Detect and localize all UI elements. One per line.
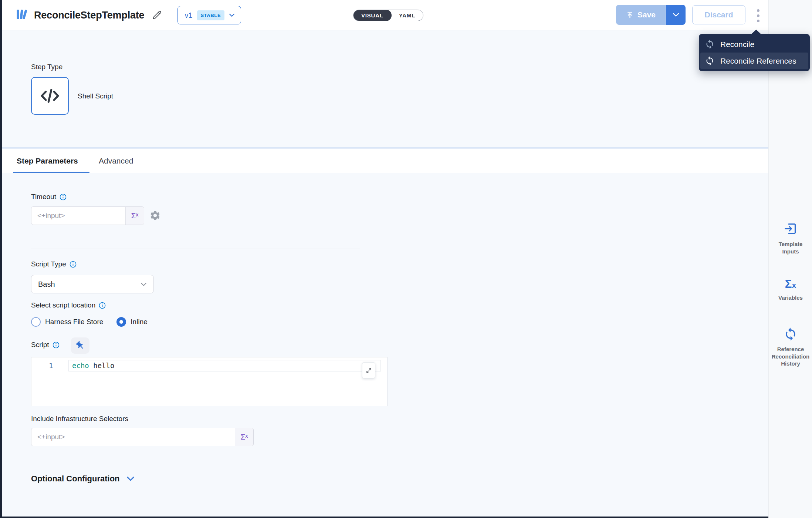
edit-title-button[interactable]	[152, 10, 162, 20]
save-label: Save	[637, 10, 656, 19]
expression-button[interactable]: Σˣ	[235, 428, 253, 446]
save-split-button: Save	[616, 5, 686, 25]
sync-icon	[784, 327, 798, 341]
info-icon[interactable]	[53, 342, 60, 349]
version-stable-badge: STABLE	[197, 10, 225, 20]
rail-item-reference-reconciliation-history[interactable]: Reference Reconciliation History	[769, 327, 812, 367]
step-type-card[interactable]	[31, 77, 69, 115]
tab-step-parameters[interactable]: Step Parameters	[17, 148, 78, 173]
dot	[757, 20, 759, 22]
script-location-options: Harness File Store Inline	[31, 317, 148, 327]
radio-label-file-store[interactable]: Harness File Store	[45, 318, 103, 326]
timeout-settings-button[interactable]	[149, 210, 161, 223]
right-rail: Template Inputs Σx Variables Reference R…	[768, 0, 812, 518]
info-icon[interactable]	[70, 261, 77, 268]
timeout-field: Σˣ	[31, 206, 144, 225]
discard-button[interactable]: Discard	[692, 5, 745, 24]
include-infra-label-row: Include Infrastructure Selectors	[31, 415, 128, 423]
info-icon[interactable]	[60, 194, 67, 201]
page-title: ReconcileStepTemplate	[34, 10, 144, 21]
include-infra-label: Include Infrastructure Selectors	[31, 415, 128, 423]
toggle-visual[interactable]: VISUAL	[353, 10, 392, 21]
include-infra-field: Σˣ	[31, 428, 254, 446]
timeout-label-row: Timeout	[31, 193, 67, 201]
menu-item-reconcile[interactable]: Reconcile	[699, 36, 810, 53]
menu-arrow	[751, 30, 761, 34]
script-label: Script	[31, 341, 49, 349]
chevron-down-icon	[126, 476, 135, 481]
script-location-label: Select script location	[31, 301, 95, 309]
chevron-down-icon	[141, 282, 147, 286]
chevron-down-icon	[673, 13, 679, 17]
toggle-yaml[interactable]: YAML	[391, 10, 423, 21]
menu-item-label: Reconcile	[720, 40, 754, 49]
step-type-label: Step Type	[31, 63, 62, 71]
include-infra-input[interactable]	[31, 428, 253, 446]
active-tab-underline	[13, 172, 89, 173]
shell-script-icon	[39, 85, 61, 107]
radio-harness-file-store[interactable]	[31, 317, 41, 327]
radio-inline[interactable]	[116, 317, 126, 327]
version-selector[interactable]: v1 STABLE	[177, 6, 241, 24]
code-line: echo hello	[72, 361, 114, 370]
discard-label: Discard	[704, 10, 733, 19]
rail-item-label: Variables	[777, 294, 804, 302]
menu-item-label: Reconcile References	[720, 57, 796, 65]
script-type-label-row: Script Type	[31, 260, 77, 268]
step-type-value: Shell Script	[78, 92, 113, 100]
script-label-row: Script	[31, 341, 60, 349]
editor-ruler	[381, 357, 381, 406]
pushpin-icon	[75, 341, 85, 350]
expand-editor-button[interactable]	[362, 362, 375, 379]
visual-yaml-toggle: VISUAL YAML	[353, 10, 423, 21]
chevron-down-icon	[229, 13, 235, 17]
pin-script-button[interactable]	[71, 337, 89, 354]
header: ReconcileStepTemplate v1 STABLE VISUAL Y…	[2, 0, 768, 30]
info-icon[interactable]	[99, 302, 106, 309]
script-location-label-row: Select script location	[31, 301, 106, 309]
template-inputs-icon	[783, 221, 798, 236]
section-divider	[31, 249, 360, 249]
rail-item-variables[interactable]: Σx Variables	[769, 278, 812, 302]
line-number: 1	[43, 361, 60, 370]
script-type-select[interactable]: Bash	[31, 275, 154, 293]
code-text: hello	[89, 361, 115, 370]
rail-item-label: Reference Reconciliation History	[769, 346, 812, 367]
script-type-value: Bash	[38, 280, 141, 289]
radio-label-inline[interactable]: Inline	[131, 318, 147, 326]
expand-icon	[366, 367, 372, 374]
reconcile-context-menu: Reconcile Reconcile References	[699, 34, 810, 71]
pencil-icon	[152, 10, 162, 20]
expression-button[interactable]: Σˣ	[125, 207, 144, 225]
save-button[interactable]: Save	[616, 5, 666, 25]
current-line-highlight	[68, 360, 381, 371]
optional-configuration-toggle[interactable]: Optional Configuration	[31, 474, 135, 484]
script-code-editor[interactable]: 1 echo hello	[31, 357, 388, 406]
tab-bar: Step Parameters Advanced	[2, 148, 768, 173]
rail-item-template-inputs[interactable]: Template Inputs	[769, 221, 812, 255]
sync-icon	[705, 56, 715, 66]
tab-advanced[interactable]: Advanced	[99, 148, 133, 173]
variables-sigma-icon: Σx	[785, 278, 796, 290]
dot	[757, 14, 759, 17]
version-label: v1	[185, 11, 192, 20]
gear-icon	[149, 210, 161, 221]
bottom-edge-strip	[0, 517, 768, 518]
code-keyword: echo	[72, 361, 89, 370]
menu-item-reconcile-references[interactable]: Reconcile References	[700, 53, 808, 69]
script-type-label: Script Type	[31, 260, 66, 268]
optional-configuration-label: Optional Configuration	[31, 474, 120, 484]
save-options-button[interactable]	[666, 5, 686, 25]
template-studio-page: ReconcileStepTemplate v1 STABLE VISUAL Y…	[0, 0, 812, 518]
dot	[757, 9, 759, 12]
template-library-icon	[16, 8, 28, 22]
timeout-label: Timeout	[31, 193, 56, 201]
left-edge-strip	[0, 0, 2, 518]
header-left-group: ReconcileStepTemplate v1 STABLE	[16, 0, 241, 30]
upload-arrow-icon	[626, 11, 634, 19]
more-options-button[interactable]	[754, 8, 762, 23]
sync-icon	[705, 39, 715, 49]
rail-item-label: Template Inputs	[769, 240, 812, 255]
